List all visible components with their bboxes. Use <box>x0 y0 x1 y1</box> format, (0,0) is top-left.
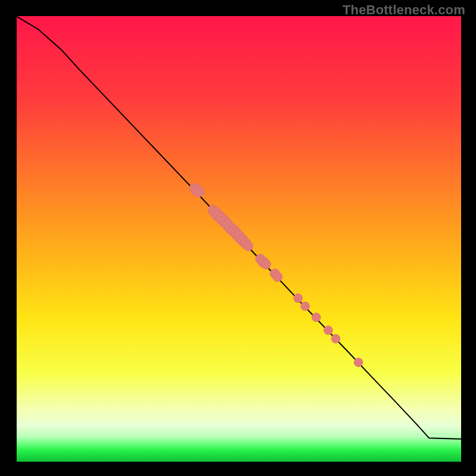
data-marker <box>300 302 309 311</box>
chart-svg <box>0 0 476 476</box>
chart-stage: TheBottleneck.com <box>0 0 476 476</box>
data-marker <box>243 241 253 250</box>
data-marker <box>324 326 333 335</box>
data-marker <box>354 358 363 367</box>
data-marker <box>273 272 282 281</box>
data-marker <box>195 187 204 197</box>
data-marker <box>261 259 271 269</box>
data-marker <box>312 313 321 322</box>
data-marker <box>331 334 340 343</box>
data-marker <box>293 294 302 303</box>
watermark-text: TheBottleneck.com <box>343 2 465 18</box>
